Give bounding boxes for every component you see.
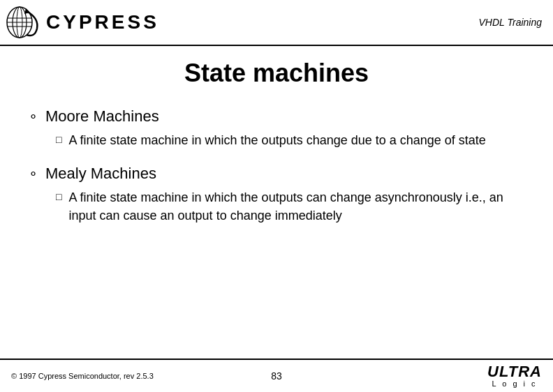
moore-section: ⚬ Moore Machines □ A finite state machin… [28, 107, 525, 149]
mealy-heading-row: ⚬ Mealy Machines [28, 165, 525, 183]
header-title: VHDL Training [478, 17, 542, 28]
mealy-sub-text: A finite state machine in which the outp… [68, 188, 525, 225]
mealy-heading: Mealy Machines [45, 165, 156, 183]
mealy-section: ⚬ Mealy Machines □ A finite state machin… [28, 165, 525, 225]
header: CYPRESS VHDL Training [0, 0, 553, 46]
main-content: State machines ⚬ Moore Machines □ A fini… [0, 46, 553, 225]
ultra-logic-logo: ULTRA L o g i c [487, 364, 542, 388]
mealy-bullet-circle: ⚬ [28, 166, 38, 181]
page-title: State machines [28, 59, 525, 88]
footer-page-number: 83 [271, 370, 282, 382]
moore-heading: Moore Machines [45, 107, 159, 126]
footer: © 1997 Cypress Semiconductor, rev 2.5.3 … [0, 359, 553, 392]
logo-text: CYPRESS [46, 11, 159, 33]
moore-sub-row: □ A finite state machine in which the ou… [56, 131, 525, 149]
moore-heading-row: ⚬ Moore Machines [28, 107, 525, 126]
moore-bullet-circle: ⚬ [28, 109, 38, 124]
logo-area: CYPRESS [6, 4, 159, 40]
logic-text: L o g i c [492, 379, 537, 388]
cypress-logo-icon [6, 4, 42, 40]
ultra-text: ULTRA [487, 364, 542, 379]
moore-sub-text: A finite state machine in which the outp… [68, 131, 485, 149]
mealy-sub-bullet: □ [56, 192, 61, 203]
mealy-sub-row: □ A finite state machine in which the ou… [56, 188, 525, 225]
footer-copyright: © 1997 Cypress Semiconductor, rev 2.5.3 [11, 372, 154, 380]
moore-sub-bullet: □ [56, 135, 61, 146]
